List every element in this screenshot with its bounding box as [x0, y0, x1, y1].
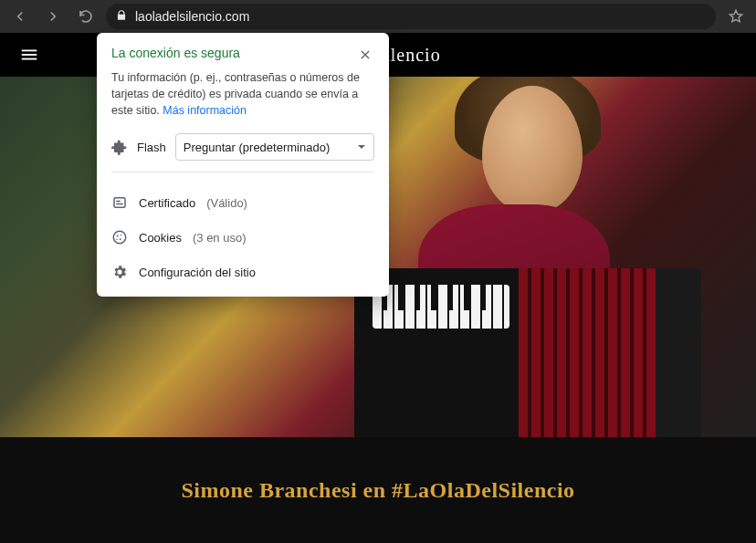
reload-button[interactable] — [73, 4, 99, 29]
certificate-icon — [111, 194, 128, 211]
flash-label: Flash — [137, 141, 166, 154]
musician-figure — [336, 77, 719, 437]
svg-rect-0 — [22, 50, 37, 52]
flash-select-value: Preguntar (predeterminado) — [184, 141, 330, 154]
cookies-row[interactable]: Cookies (3 en uso) — [97, 220, 389, 255]
flash-permission-select[interactable]: Preguntar (predeterminado) — [175, 133, 374, 161]
extension-icon — [111, 139, 128, 155]
chevron-down-icon — [357, 142, 366, 151]
svg-rect-4 — [116, 201, 121, 203]
svg-point-6 — [113, 232, 126, 245]
divider — [111, 172, 374, 172]
address-bar[interactable]: laoladelsilencio.com — [106, 4, 716, 29]
bookmark-star-button[interactable] — [723, 4, 749, 29]
lock-icon — [115, 9, 128, 25]
browser-toolbar: laoladelsilencio.com — [0, 0, 756, 33]
forward-button[interactable] — [40, 4, 66, 29]
svg-point-7 — [117, 235, 119, 237]
close-button[interactable] — [356, 46, 374, 64]
svg-point-9 — [120, 239, 121, 241]
connection-secure-title: La conexión es segura — [111, 46, 240, 60]
more-info-link[interactable]: Más información — [163, 104, 247, 117]
back-button[interactable] — [7, 4, 33, 29]
connection-description: Tu información (p. ej., contraseñas o nú… — [111, 69, 374, 119]
gear-icon — [111, 264, 128, 280]
section-title: Simone Branchesi en #LaOlaDelSilencio — [181, 478, 574, 503]
certificate-row[interactable]: Certificado (Válido) — [97, 185, 389, 220]
cookies-status: (3 en uso) — [193, 231, 247, 245]
menu-button[interactable] — [15, 40, 44, 69]
svg-point-8 — [121, 235, 122, 236]
svg-rect-3 — [114, 198, 125, 208]
certificate-status: (Válido) — [206, 196, 247, 210]
svg-rect-5 — [116, 204, 123, 205]
site-info-popover: La conexión es segura Tu información (p.… — [97, 33, 389, 297]
svg-point-10 — [116, 239, 118, 241]
flash-permission-row: Flash Preguntar (predeterminado) — [111, 133, 374, 161]
url-text: laoladelsilencio.com — [135, 9, 249, 24]
site-settings-row[interactable]: Configuración del sitio — [97, 255, 389, 289]
certificate-label: Certificado — [139, 196, 195, 210]
section-title-wrap: Simone Branchesi en #LaOlaDelSilencio — [0, 437, 756, 543]
site-settings-label: Configuración del sitio — [139, 266, 256, 279]
svg-rect-1 — [22, 54, 37, 56]
svg-rect-2 — [22, 58, 37, 60]
cookie-icon — [111, 229, 128, 245]
accordion-illustration — [354, 268, 701, 437]
cookies-label: Cookies — [139, 231, 182, 245]
